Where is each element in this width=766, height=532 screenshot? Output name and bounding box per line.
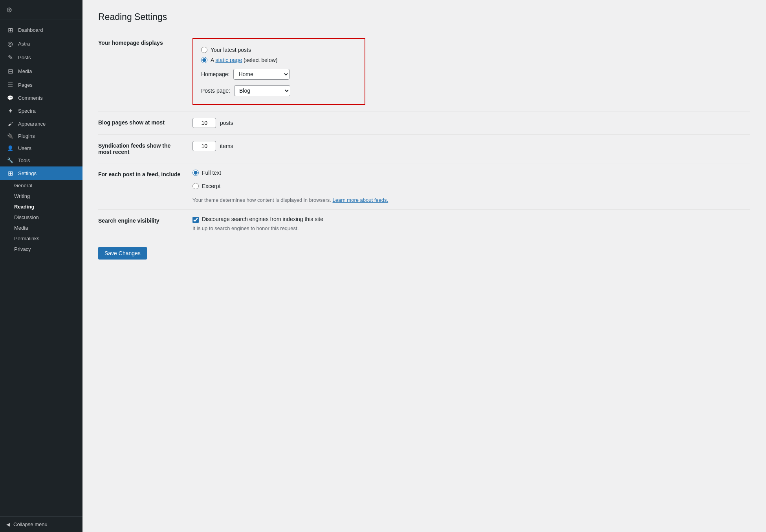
- sidebar-item-spectra[interactable]: ✦ Spectra: [0, 104, 82, 118]
- sidebar-item-label: Appearance: [18, 121, 46, 127]
- media-icon: ⊟: [6, 68, 14, 75]
- site-logo: ⊕: [0, 0, 82, 20]
- astra-icon: ◎: [6, 40, 14, 48]
- sidebar-item-pages[interactable]: ☰ Pages: [0, 78, 82, 92]
- sidebar-item-label: Users: [18, 145, 31, 151]
- sidebar-subitem-writing[interactable]: Writing: [0, 191, 82, 201]
- sidebar-item-label: Plugins: [18, 133, 35, 139]
- sidebar-item-label: Tools: [18, 157, 30, 163]
- radio-static-page[interactable]: [201, 57, 207, 63]
- feed-include-row: For each post in a feed, include Full te…: [98, 163, 750, 210]
- sidebar-item-label: Pages: [18, 82, 33, 88]
- writing-label: Writing: [14, 193, 30, 199]
- collapse-label: Collapse menu: [13, 521, 48, 527]
- appearance-icon: 🖌: [6, 121, 14, 127]
- settings-submenu: General Writing Reading Discussion Media…: [0, 180, 82, 254]
- feed-full-text-radio[interactable]: [192, 170, 199, 176]
- search-engine-label: Search engine visibility: [98, 218, 159, 224]
- settings-icon: ⊞: [6, 170, 14, 177]
- sidebar-item-astra[interactable]: ◎ Astra: [0, 37, 82, 51]
- sidebar-subitem-privacy[interactable]: Privacy: [0, 244, 82, 254]
- spectra-icon: ✦: [6, 107, 14, 115]
- sidebar-item-tools[interactable]: 🔧 Tools: [0, 154, 82, 166]
- blog-pages-suffix: posts: [220, 120, 233, 126]
- syndication-label: Syndication feeds show the most recent: [98, 143, 170, 155]
- sidebar-nav: ⊞ Dashboard ◎ Astra ✎ Posts ⊟ Media ☰ Pa…: [0, 20, 82, 516]
- homepage-displays-box: Your latest posts A static page (select …: [192, 38, 365, 105]
- feed-include-label: For each post in a feed, include: [98, 171, 180, 177]
- posts-page-select[interactable]: Blog — Select — Sample Page: [234, 85, 290, 96]
- homepage-select-row: Homepage: Home Sample Page Blog: [201, 69, 357, 80]
- wp-logo-icon: ⊕: [6, 5, 12, 14]
- sidebar-subitem-permalinks[interactable]: Permalinks: [0, 233, 82, 244]
- search-engine-checkbox[interactable]: [192, 217, 199, 223]
- radio-latest-posts[interactable]: [201, 47, 207, 53]
- static-page-link[interactable]: static page: [215, 57, 242, 63]
- blog-pages-control: posts: [192, 118, 750, 128]
- blog-pages-row: Blog pages show at most posts: [98, 112, 750, 135]
- feed-full-text-label[interactable]: Full text: [202, 170, 221, 176]
- sidebar-item-posts[interactable]: ✎ Posts: [0, 51, 82, 64]
- feed-learn-more-link[interactable]: Learn more about feeds.: [333, 197, 388, 203]
- privacy-label: Privacy: [14, 246, 31, 252]
- search-engine-help: It is up to search engines to honor this…: [192, 225, 750, 231]
- permalinks-label: Permalinks: [14, 236, 39, 241]
- dashboard-icon: ⊞: [6, 26, 14, 34]
- sidebar-item-label: Dashboard: [18, 27, 43, 33]
- save-changes-button[interactable]: Save Changes: [98, 247, 147, 260]
- sidebar-item-label: Astra: [18, 41, 30, 47]
- sidebar-subitem-general[interactable]: General: [0, 180, 82, 191]
- search-engine-row: Search engine visibility Discourage sear…: [98, 210, 750, 238]
- blog-pages-label: Blog pages show at most: [98, 119, 165, 126]
- homepage-displays-label: Your homepage displays: [98, 40, 163, 46]
- sidebar-subitem-discussion[interactable]: Discussion: [0, 212, 82, 223]
- homepage-select-label: Homepage:: [201, 71, 229, 77]
- feed-excerpt-row: Excerpt: [192, 183, 750, 189]
- users-icon: 👤: [6, 145, 14, 151]
- sidebar-item-label: Spectra: [18, 108, 36, 114]
- sidebar-item-plugins[interactable]: 🔌 Plugins: [0, 130, 82, 142]
- homepage-select[interactable]: Home Sample Page Blog: [233, 69, 290, 80]
- syndication-suffix: items: [220, 143, 233, 149]
- syndication-row: Syndication feeds show the most recent i…: [98, 135, 750, 163]
- main-content: Reading Settings Your homepage displays …: [82, 0, 766, 532]
- search-engine-control: Discourage search engines from indexing …: [192, 216, 750, 223]
- search-engine-checkbox-label[interactable]: Discourage search engines from indexing …: [202, 216, 323, 222]
- homepage-displays-row: Your homepage displays Your latest posts…: [98, 32, 750, 112]
- reading-label: Reading: [14, 204, 34, 210]
- general-label: General: [14, 183, 32, 188]
- blog-pages-input[interactable]: [192, 118, 216, 128]
- collapse-menu[interactable]: ◀ Collapse menu: [0, 516, 82, 532]
- plugins-icon: 🔌: [6, 133, 14, 139]
- discussion-label: Discussion: [14, 214, 39, 220]
- settings-form: Your homepage displays Your latest posts…: [98, 32, 750, 238]
- sidebar-item-dashboard[interactable]: ⊞ Dashboard: [0, 23, 82, 37]
- feed-excerpt-label[interactable]: Excerpt: [202, 183, 220, 189]
- sidebar-subitem-media[interactable]: Media: [0, 223, 82, 233]
- syndication-input[interactable]: [192, 141, 216, 151]
- sidebar-item-settings[interactable]: ⊞ Settings: [0, 166, 82, 180]
- posts-icon: ✎: [6, 54, 14, 61]
- sidebar: ⊕ ⊞ Dashboard ◎ Astra ✎ Posts ⊟ Media ☰ …: [0, 0, 82, 532]
- sidebar-item-comments[interactable]: 💬 Comments: [0, 92, 82, 104]
- posts-page-select-row: Posts page: Blog — Select — Sample Page: [201, 85, 357, 96]
- feed-help-text: Your theme determines how content is dis…: [192, 197, 750, 203]
- media-sub-label: Media: [14, 225, 28, 231]
- radio-latest-posts-row: Your latest posts: [201, 47, 357, 53]
- collapse-arrow-icon: ◀: [6, 521, 10, 527]
- sidebar-item-label: Media: [18, 68, 32, 74]
- sidebar-item-label: Comments: [18, 95, 43, 101]
- pages-icon: ☰: [6, 81, 14, 89]
- radio-static-page-row: A static page (select below): [201, 57, 357, 63]
- syndication-control: items: [192, 141, 750, 151]
- feed-radio-group: Full text Excerpt: [192, 170, 750, 193]
- feed-excerpt-radio[interactable]: [192, 183, 199, 189]
- sidebar-item-label: Settings: [18, 170, 37, 176]
- radio-latest-posts-label[interactable]: Your latest posts: [211, 47, 251, 53]
- sidebar-subitem-reading[interactable]: Reading: [0, 201, 82, 212]
- sidebar-item-users[interactable]: 👤 Users: [0, 142, 82, 154]
- comments-icon: 💬: [6, 95, 14, 101]
- sidebar-item-appearance[interactable]: 🖌 Appearance: [0, 118, 82, 130]
- feed-full-text-row: Full text: [192, 170, 750, 176]
- sidebar-item-media[interactable]: ⊟ Media: [0, 64, 82, 78]
